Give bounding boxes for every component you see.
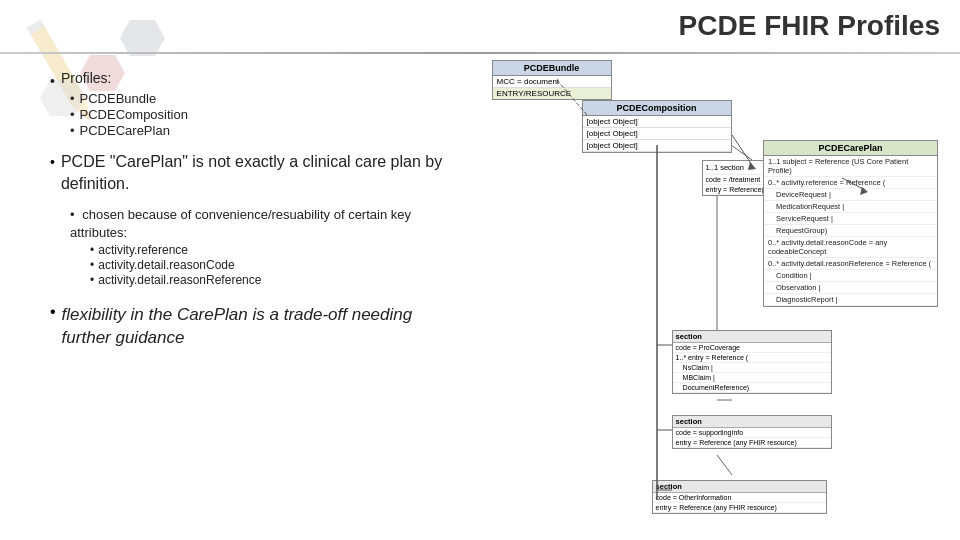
profile-item-1: • PCDEBundle — [70, 91, 452, 106]
supporting-info-box: section code = supportingInfo entry = Re… — [672, 415, 832, 449]
cp-row-6: 0..* activity.detail.reasonCode = any co… — [764, 237, 937, 258]
composition-row-3: [object Object] — [583, 140, 731, 152]
pro-row-3: MBClaim | — [673, 373, 831, 383]
cp-row-7: 0..* activity.detail.reasonReference = R… — [764, 258, 937, 270]
careplan-box: PCDECarePlan 1..1 subject = Reference (U… — [763, 140, 938, 307]
pro-row-4: DocumentReference) — [673, 383, 831, 393]
flexibility-section: • flexibility in the CarePlan is a trade… — [50, 300, 452, 350]
svg-marker-4 — [120, 20, 165, 56]
supporting-row-1: entry = Reference (any FHIR resource) — [673, 438, 831, 448]
title-divider — [0, 52, 960, 54]
pro-coverage-title: section — [673, 331, 831, 343]
other-title: section — [653, 481, 826, 493]
bullet-dot: • — [50, 73, 55, 89]
other-info-box: section code = OtherInformation entry = … — [652, 480, 827, 514]
cp-row-8: Condition | — [764, 270, 937, 282]
cp-row-5: RequestGroup) — [764, 225, 937, 237]
flexibility-text: flexibility in the CarePlan is a trade-o… — [62, 304, 452, 350]
profile-item-3: • PCDECarePlan — [70, 123, 452, 138]
cp-row-2: DeviceRequest | — [764, 189, 937, 201]
other-row-1: entry = Reference (any FHIR resource) — [653, 503, 826, 513]
cp-row-4: ServiceRequest | — [764, 213, 937, 225]
pro-coverage-box: section code = ProCoverage 1..* entry = … — [672, 330, 832, 394]
bundle-title: PCDEBundle — [493, 61, 611, 76]
profiles-heading: • Profiles: — [50, 70, 452, 89]
profiles-section: • Profiles: • PCDEBundle • PCDECompositi… — [50, 70, 452, 139]
pro-row-1: 1..* entry = Reference ( — [673, 353, 831, 363]
composition-row-2: [object Object] — [583, 128, 731, 140]
composition-box: PCDEComposition [object Object] [object … — [582, 100, 732, 153]
chosen-section: • chosen because of convenience/resuabil… — [50, 206, 452, 288]
pro-row-2: NsClaim | — [673, 363, 831, 373]
composition-title: PCDEComposition — [583, 101, 731, 116]
svg-line-13 — [717, 455, 732, 475]
diagram-container: PCDEBundle MCC = document ENTRY/RESOURCE… — [472, 60, 940, 530]
cp-row-9: Observation | — [764, 282, 937, 294]
profiles-sub-list: • PCDEBundle • PCDEComposition • PCDECar… — [70, 91, 452, 138]
pro-row-0: code = ProCoverage — [673, 343, 831, 353]
activity-item-1: • activity.reference — [90, 243, 452, 257]
activity-item-2: • activity.detail.reasonCode — [90, 258, 452, 272]
diagram-column: PCDEBundle MCC = document ENTRY/RESOURCE… — [462, 60, 940, 530]
careplan-intro-section: • PCDE "CarePlan" is not exactly a clini… — [50, 151, 452, 194]
activity-item-3: • activity.detail.reasonReference — [90, 273, 452, 287]
cp-row-3: MedicationRequest | — [764, 201, 937, 213]
careplan-heading-text: PCDE "CarePlan" is not exactly a clinica… — [61, 151, 452, 194]
supporting-row-0: code = supportingInfo — [673, 428, 831, 438]
page-title: PCDE FHIR Profiles — [679, 10, 940, 42]
text-column: • Profiles: • PCDEBundle • PCDECompositi… — [20, 60, 462, 530]
profile-item-2: • PCDEComposition — [70, 107, 452, 122]
activity-bullets: • activity.reference • activity.detail.r… — [90, 243, 452, 287]
cp-row-0: 1..1 subject = Reference (US Core Patien… — [764, 156, 937, 177]
bundle-box: PCDEBundle MCC = document ENTRY/RESOURCE — [492, 60, 612, 100]
cp-row-10: DiagnosticReport | — [764, 294, 937, 306]
cp-row-1: 0..* activity.reference = Reference ( — [764, 177, 937, 189]
other-row-0: code = OtherInformation — [653, 493, 826, 503]
content-area: • Profiles: • PCDEBundle • PCDECompositi… — [20, 60, 940, 530]
careplan-title: PCDECarePlan — [764, 141, 937, 156]
chosen-intro-text: • chosen because of convenience/resuabil… — [70, 206, 452, 241]
bundle-row-2: ENTRY/RESOURCE — [493, 88, 611, 99]
composition-row-1: [object Object] — [583, 116, 731, 128]
supporting-title: section — [673, 416, 831, 428]
bundle-row-1: MCC = document — [493, 76, 611, 88]
